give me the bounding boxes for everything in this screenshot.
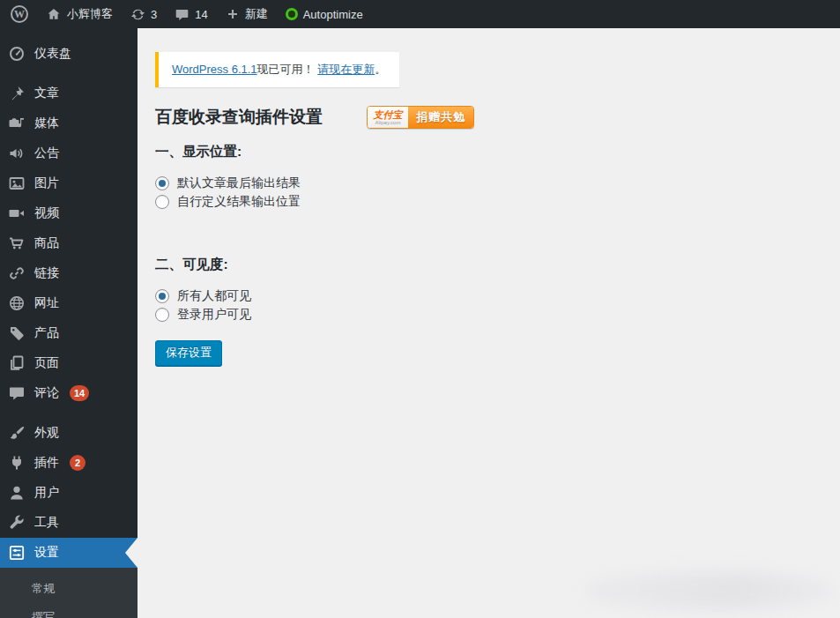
sidebar-item-label: 用户 [34, 485, 59, 501]
sidebar-item-label: 文章 [34, 86, 59, 101]
count-badge: 2 [70, 455, 85, 471]
sidebar-item-users[interactable]: 用户 [0, 478, 138, 508]
sidebar-item-plugins[interactable]: 插件2 [0, 448, 138, 478]
megaphone-icon [8, 145, 26, 162]
radio-option-label: 默认文章最后输出结果 [177, 175, 301, 191]
sidebar-item-label: 设置 [34, 545, 59, 561]
radio-option[interactable]: 自行定义结果输出位置 [155, 193, 822, 210]
radio-unchecked-icon[interactable] [155, 308, 169, 322]
link-icon [8, 264, 26, 282]
sidebar-item-label: 工具 [34, 515, 59, 531]
current-menu-arrow [125, 538, 138, 568]
sidebar-item-settings[interactable]: 设置 [0, 538, 138, 568]
section-heading: 二、可见度: [155, 256, 822, 274]
user-icon [8, 484, 26, 502]
main-content: WordPress 6.1.1现已可用！ 请现在更新。 百度收录查询插件设置 支… [138, 28, 840, 618]
wordpress-menu[interactable]: W [2, 0, 37, 28]
updates-link[interactable]: 3 [122, 0, 166, 28]
comment-count: 14 [195, 8, 207, 21]
notice-suffix: 。 [375, 63, 386, 76]
sidebar-item-announcements[interactable]: 公告 [0, 138, 138, 168]
admin-sidebar: 仪表盘文章媒体公告图片视频商品链接网址产品页面评论14外观插件2用户工具设置 常… [0, 28, 138, 618]
radio-checked-icon[interactable] [155, 176, 169, 190]
sidebar-item-links[interactable]: 链接 [0, 258, 138, 288]
radio-checked-icon[interactable] [155, 289, 169, 303]
site-home-link[interactable]: 小辉博客 [37, 0, 122, 28]
page-title: 百度收录查询插件设置 [155, 106, 323, 129]
sidebar-item-media[interactable]: 媒体 [0, 108, 138, 138]
sidebar-item-posts[interactable]: 文章 [0, 78, 138, 108]
pin-icon [8, 85, 26, 102]
settings-icon [8, 544, 26, 562]
sidebar-item-label: 仪表盘 [34, 46, 71, 62]
radio-option-label: 所有人都可见 [177, 288, 251, 304]
site-name: 小辉博客 [67, 6, 113, 22]
radio-option[interactable]: 默认文章最后输出结果 [155, 175, 822, 191]
sidebar-item-label: 链接 [34, 265, 59, 281]
tag-icon [8, 324, 26, 342]
new-content-link[interactable]: 新建 [217, 0, 277, 28]
sidebar-item-dashboard[interactable]: 仪表盘 [0, 39, 138, 69]
sidebar-item-label: 公告 [34, 145, 59, 161]
comment-icon [8, 384, 26, 402]
notice-text: 现已可用！ [257, 63, 315, 76]
sidebar-item-label: 视频 [34, 205, 59, 221]
menu-separator [0, 408, 138, 418]
submenu-item-writing[interactable]: 撰写 [0, 603, 138, 618]
radio-option-label: 自行定义结果输出位置 [177, 194, 301, 210]
sidebar-item-appearance[interactable]: 外观 [0, 418, 138, 448]
home-icon [46, 6, 62, 22]
update-notice: WordPress 6.1.1现已可用！ 请现在更新。 [155, 52, 399, 87]
autoptimize-link[interactable]: Autoptimize [277, 0, 372, 28]
sidebar-item-images[interactable]: 图片 [0, 168, 138, 198]
radio-option[interactable]: 所有人都可见 [155, 287, 822, 304]
count-badge: 14 [70, 385, 89, 401]
comments-link[interactable]: 14 [166, 0, 216, 28]
radio-option-label: 登录用户可见 [177, 307, 251, 323]
sidebar-item-label: 商品 [34, 235, 59, 251]
submenu-item-general[interactable]: 常规 [0, 575, 138, 603]
sidebar-item-label: 插件 [34, 455, 59, 471]
sidebar-item-label: 评论 [34, 385, 59, 401]
sidebar-item-label: 网址 [34, 295, 59, 311]
menu-separator [0, 69, 138, 78]
section-heading: 一、显示位置: [155, 143, 822, 161]
settings-submenu: 常规撰写 [0, 568, 138, 618]
sidebar-item-pages[interactable]: 页面 [0, 348, 138, 378]
sidebar-item-label: 产品 [34, 325, 59, 341]
sidebar-item-videos[interactable]: 视频 [0, 198, 138, 228]
brush-icon [8, 424, 26, 442]
comment-icon [175, 7, 190, 22]
new-label: 新建 [245, 6, 268, 22]
plus-icon [226, 7, 240, 21]
wordpress-version-link[interactable]: WordPress 6.1.1 [172, 63, 257, 76]
sidebar-item-tools[interactable]: 工具 [0, 508, 138, 538]
pages-icon [8, 354, 26, 372]
update-now-link[interactable]: 请现在更新 [317, 63, 375, 76]
sidebar-item-label: 外观 [34, 425, 59, 441]
sidebar-item-label: 媒体 [34, 115, 59, 131]
sidebar-item-goods[interactable]: 商品 [0, 228, 138, 258]
video-icon [8, 205, 26, 222]
save-settings-button[interactable]: 保存设置 [155, 340, 222, 366]
wordpress-logo-icon: W [11, 5, 28, 23]
donate-label: 捐赠共勉 [408, 107, 473, 128]
sidebar-item-comments[interactable]: 评论14 [0, 378, 138, 408]
radio-option[interactable]: 登录用户可见 [155, 306, 822, 323]
autoptimize-label: Autoptimize [303, 8, 363, 21]
cart-icon [8, 235, 26, 252]
update-count: 3 [151, 8, 157, 21]
globe-icon [8, 294, 26, 312]
dashboard-icon [8, 45, 26, 63]
autoptimize-icon [286, 8, 298, 20]
sidebar-item-urls[interactable]: 网址 [0, 288, 138, 318]
wrench-icon [8, 514, 26, 532]
sidebar-item-label: 图片 [34, 175, 59, 191]
media-icon [8, 115, 26, 132]
plug-icon [8, 454, 26, 472]
radio-unchecked-icon[interactable] [155, 195, 169, 209]
sidebar-item-products[interactable]: 产品 [0, 318, 138, 348]
settings-section: 一、显示位置:默认文章最后输出结果自行定义结果输出位置 [155, 143, 822, 210]
admin-bar: W 小辉博客 3 14 新建 Autoptimize [0, 0, 840, 28]
alipay-donate-button[interactable]: 支付宝 Alipay.com 捐赠共勉 [367, 106, 474, 129]
